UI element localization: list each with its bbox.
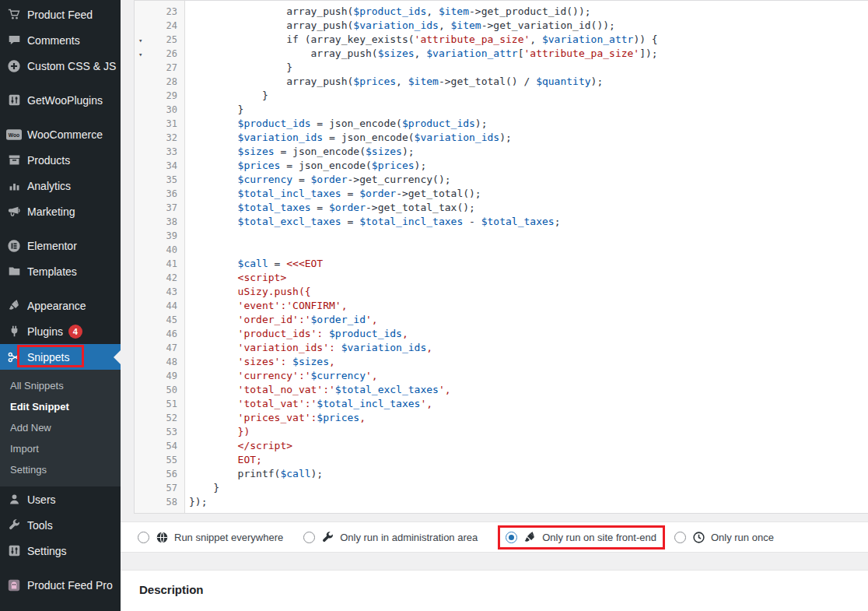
code-text[interactable]: array_push($sizes, $variation_attr['attr…: [189, 47, 658, 61]
code-text[interactable]: <script>: [189, 271, 286, 285]
code-text[interactable]: $total_taxes = $order->get_total_tax();: [189, 201, 475, 215]
radio-button[interactable]: [506, 532, 517, 543]
scope-option-only-run-on-site-front-end[interactable]: Only run on site front-end: [506, 531, 656, 544]
line-number[interactable]: 58: [135, 495, 184, 509]
line-number[interactable]: 52: [135, 411, 184, 425]
scope-option-run-snippet-everywhere[interactable]: Run snippet everywhere: [138, 531, 283, 544]
submenu-item-all-snippets[interactable]: All Snippets: [0, 375, 121, 396]
sidebar-item-tools[interactable]: Tools: [0, 512, 121, 538]
line-number[interactable]: 53: [135, 425, 184, 439]
line-number[interactable]: 44: [135, 299, 184, 313]
code-text[interactable]: $call = <<<EOT: [189, 257, 323, 271]
line-number[interactable]: 46: [135, 327, 184, 341]
line-number[interactable]: 34: [135, 159, 184, 173]
code-text[interactable]: }: [189, 61, 292, 75]
line-number[interactable]: 51: [135, 397, 184, 411]
line-number[interactable]: 47: [135, 341, 184, 355]
code-text[interactable]: }: [189, 103, 243, 117]
line-number[interactable]: 39: [135, 229, 184, 243]
line-number[interactable]: 45: [135, 313, 184, 327]
line-number[interactable]: 23: [135, 5, 184, 19]
submenu-item-add-new[interactable]: Add New: [0, 417, 121, 438]
line-number[interactable]: 49: [135, 369, 184, 383]
line-number[interactable]: 31: [135, 117, 184, 131]
fold-marker-icon[interactable]: ▾: [138, 33, 142, 47]
code-text[interactable]: });: [189, 495, 207, 509]
sidebar-item-product-feed-pro[interactable]: Product Feed Pro: [0, 572, 121, 598]
code-text[interactable]: printf($call);: [189, 467, 323, 481]
code-text[interactable]: 'order_id':'$order_id',: [189, 313, 378, 327]
code-text[interactable]: 'total_vat':'$total_incl_taxes',: [189, 397, 432, 411]
scope-option-only-run-once[interactable]: Only run once: [674, 531, 774, 544]
code-text[interactable]: 'prices_vat':$prices,: [189, 411, 366, 425]
sidebar-item-templates[interactable]: Templates: [0, 258, 121, 284]
line-number[interactable]: 40: [135, 243, 184, 257]
code-text[interactable]: 'variation_ids': $variation_ids,: [189, 341, 432, 355]
line-number[interactable]: 35: [135, 173, 184, 187]
submenu-item-edit-snippet[interactable]: Edit Snippet: [0, 396, 121, 417]
code-text[interactable]: EOT;: [189, 453, 262, 467]
code-text[interactable]: array_push($product_ids, $item->get_prod…: [189, 5, 591, 19]
line-number[interactable]: 32: [135, 131, 184, 145]
sidebar-item-product-feed[interactable]: Product Feed: [0, 2, 121, 27]
code-text[interactable]: 'total_no_vat':'$total_excl_taxes',: [189, 383, 451, 397]
sidebar-item-appearance[interactable]: Appearance: [0, 293, 121, 318]
code-text[interactable]: 'event':'CONFIRM',: [189, 299, 348, 313]
line-number[interactable]: 28: [135, 75, 184, 89]
sidebar-item-plugins[interactable]: Plugins4: [0, 318, 121, 344]
code-text[interactable]: }): [189, 425, 250, 439]
submenu-item-import[interactable]: Import: [0, 438, 121, 459]
code-text[interactable]: 'sizes': $sizes,: [189, 355, 335, 369]
sidebar-item-products[interactable]: Products: [0, 147, 121, 173]
line-number[interactable]: 50: [135, 383, 184, 397]
code-text[interactable]: array_push($variation_ids, $item->get_va…: [189, 19, 615, 33]
line-number[interactable]: 27: [135, 61, 184, 75]
sidebar-item-woocommerce[interactable]: WooWooCommerce: [0, 121, 121, 147]
code-text[interactable]: $total_incl_taxes = $order->get_total();: [189, 187, 481, 201]
code-text[interactable]: $variation_ids = json_encode($variation_…: [189, 131, 512, 145]
line-number[interactable]: 24: [135, 19, 184, 33]
code-text[interactable]: 'product_ids': $product_ids,: [189, 327, 408, 341]
radio-button[interactable]: [303, 532, 315, 543]
line-number[interactable]: 33: [135, 145, 184, 159]
code-text[interactable]: $product_ids = json_encode($product_ids)…: [189, 117, 488, 131]
code-text[interactable]: }: [189, 481, 219, 495]
line-number[interactable]: 56: [135, 467, 184, 481]
code-text[interactable]: array_push($prices, $item->get_total() /…: [189, 75, 603, 89]
code-text[interactable]: 'currency':'$currency',: [189, 369, 378, 383]
code-text[interactable]: </script>: [189, 439, 292, 453]
code-text[interactable]: $total_excl_taxes = $total_incl_taxes - …: [189, 215, 560, 229]
snippet-code-editor[interactable]: 23array_push($product_ids, $item->get_pr…: [134, 0, 868, 514]
code-text[interactable]: uSizy.push({: [189, 285, 311, 299]
sidebar-item-users[interactable]: Users: [0, 486, 121, 512]
line-number[interactable]: 54: [135, 439, 184, 453]
sidebar-item-snippets[interactable]: Snippets: [0, 344, 121, 370]
radio-button[interactable]: [674, 532, 686, 543]
line-number[interactable]: ▾25: [135, 33, 184, 47]
radio-button[interactable]: [138, 532, 149, 543]
submenu-item-settings[interactable]: Settings: [0, 459, 121, 480]
code-text[interactable]: $sizes = json_encode($sizes);: [189, 145, 415, 159]
line-number[interactable]: 43: [135, 285, 184, 299]
code-text[interactable]: $currency = $order->get_currency();: [189, 173, 451, 187]
code-text[interactable]: }: [189, 89, 268, 103]
fold-marker-icon[interactable]: ▾: [138, 47, 142, 61]
sidebar-item-comments[interactable]: Comments: [0, 27, 121, 53]
line-number[interactable]: 38: [135, 215, 184, 229]
sidebar-item-elementor[interactable]: Elementor: [0, 233, 121, 258]
line-number[interactable]: 30: [135, 103, 184, 117]
line-number[interactable]: 48: [135, 355, 184, 369]
code-text[interactable]: $prices = json_encode($prices);: [189, 159, 426, 173]
code-text[interactable]: if (array_key_exists('attribute_pa_size'…: [189, 33, 658, 47]
line-number[interactable]: 55: [135, 453, 184, 467]
line-number[interactable]: 42: [135, 271, 184, 285]
line-number[interactable]: ▾26: [135, 47, 184, 61]
scope-option-only-run-in-administration-area[interactable]: Only run in administration area: [303, 531, 478, 544]
line-number[interactable]: 57: [135, 481, 184, 495]
line-number[interactable]: 41: [135, 257, 184, 271]
sidebar-item-custom-css-js[interactable]: Custom CSS & JS: [0, 53, 121, 79]
sidebar-item-marketing[interactable]: Marketing: [0, 198, 121, 224]
sidebar-item-analytics[interactable]: Analytics: [0, 173, 121, 198]
sidebar-item-settings[interactable]: Settings: [0, 538, 121, 564]
line-number[interactable]: 29: [135, 89, 184, 103]
